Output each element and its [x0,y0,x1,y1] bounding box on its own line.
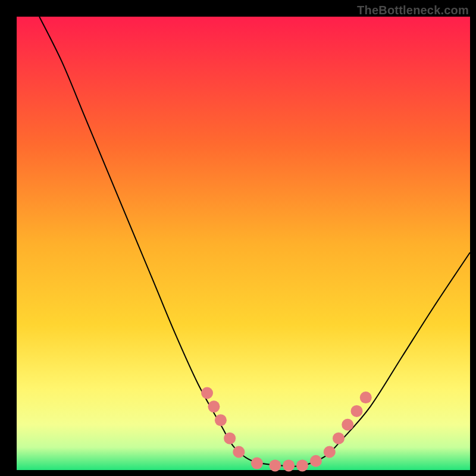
plot-background [17,17,470,470]
curve-marker [333,433,345,444]
curve-marker [324,446,336,458]
curve-marker [351,405,363,417]
curve-marker [224,433,236,444]
bottleneck-chart [0,0,476,476]
curve-marker [233,446,245,458]
curve-marker [283,459,295,471]
curve-marker [269,459,281,471]
curve-marker [215,414,227,426]
watermark-label: TheBottleneck.com [357,4,469,17]
curve-marker [342,419,353,431]
curve-marker [251,458,263,469]
curve-marker [310,455,322,467]
curve-marker [201,387,213,399]
curve-marker [208,400,220,412]
curve-marker [296,459,308,471]
curve-marker [360,392,372,403]
chart-container: TheBottleneck.com [0,0,476,476]
